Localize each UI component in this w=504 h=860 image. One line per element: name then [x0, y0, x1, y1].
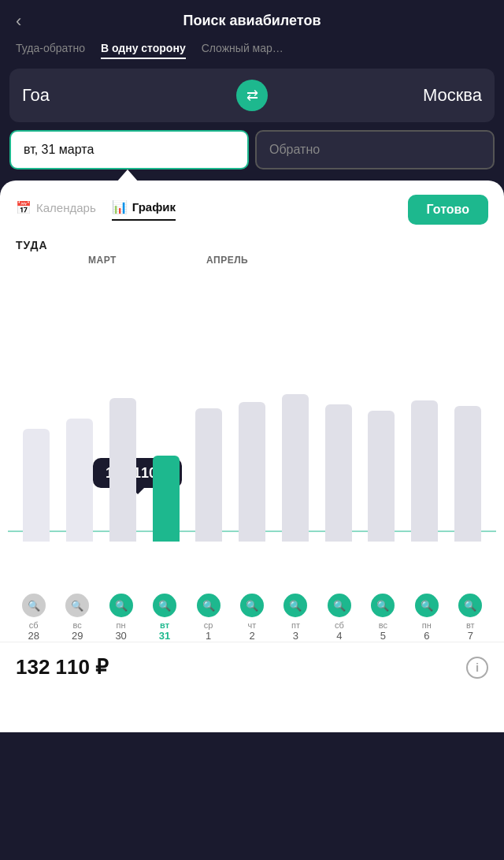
bar-column[interactable] [319, 404, 358, 542]
search-icon-btn[interactable]: 🔍 [320, 594, 358, 617]
search-icon: 🔍 [421, 600, 433, 612]
bars-container: 132 110 ₽ [8, 274, 496, 589]
search-icon-btn[interactable]: 🔍 [232, 594, 271, 617]
search-icon-btn[interactable]: 🔍 [407, 594, 446, 617]
bar-column[interactable] [61, 419, 99, 542]
bar-column[interactable] [406, 400, 444, 542]
price-bar[interactable] [109, 398, 136, 542]
day-label-col[interactable]: пн6 [407, 620, 446, 642]
day-label-col[interactable]: сб28 [14, 620, 53, 642]
day-label-col[interactable]: пт3 [276, 620, 315, 642]
search-icon-btn[interactable]: 🔍 [364, 594, 402, 617]
price-bar[interactable] [325, 404, 352, 542]
tab-calendar[interactable]: 📅 Календарь [16, 200, 96, 220]
calendar-icon: 📅 [16, 200, 32, 215]
day-name: сб [29, 620, 39, 630]
day-label-col[interactable]: вт7 [451, 620, 490, 642]
search-button[interactable]: 🔍 [371, 594, 395, 617]
day-label-col[interactable]: пн30 [102, 620, 140, 642]
search-button[interactable]: 🔍 [458, 594, 482, 617]
day-label-col[interactable]: вс29 [57, 620, 96, 642]
day-number: 2 [249, 630, 254, 642]
day-name: сб [335, 620, 344, 630]
price-bar[interactable] [368, 411, 395, 542]
search-icon-btn[interactable]: 🔍 [102, 594, 140, 617]
info-button[interactable]: i [466, 657, 488, 679]
panel-header: 📅 Календарь 📊 График Готово [0, 181, 504, 233]
departure-date-field[interactable]: вт, 31 марта [9, 130, 249, 169]
search-button[interactable]: 🔍 [284, 594, 307, 617]
search-icons-row: 🔍🔍🔍🔍🔍🔍🔍🔍🔍🔍🔍 [8, 589, 496, 617]
destination-city[interactable]: Москва [276, 85, 482, 106]
bar-column[interactable] [276, 394, 314, 542]
search-icon-btn[interactable]: 🔍 [145, 594, 183, 617]
search-icon-btn[interactable]: 🔍 [276, 594, 315, 617]
search-icon: 🔍 [71, 600, 83, 612]
day-labels-row: сб28вс29пн30вт31ср1чт2пт3сб4вс5пн6вт7 [8, 617, 496, 642]
search-icon: 🔍 [464, 600, 476, 612]
search-button[interactable]: 🔍 [153, 594, 176, 617]
search-button[interactable]: 🔍 [197, 594, 220, 617]
search-icon-btn[interactable]: 🔍 [189, 594, 228, 617]
bar-column[interactable] [146, 456, 185, 542]
day-label-col[interactable]: вс5 [364, 620, 402, 642]
search-icon: 🔍 [115, 600, 128, 612]
day-label-col[interactable]: чт2 [232, 620, 271, 642]
back-button[interactable]: ‹ [16, 11, 21, 32]
price-bar[interactable] [454, 406, 481, 542]
tab-multi-city[interactable]: Сложный мар… [202, 42, 284, 59]
price-bar[interactable] [195, 408, 222, 542]
day-label-col[interactable]: сб4 [320, 620, 358, 642]
day-number: 29 [72, 630, 83, 642]
search-button[interactable]: 🔍 [22, 594, 46, 617]
tab-one-way[interactable]: В одну сторону [101, 42, 186, 59]
bottom-price-bar: 132 110 ₽ i [0, 642, 504, 692]
bar-column[interactable] [103, 398, 142, 542]
tab-round-trip[interactable]: Туда-обратно [16, 42, 85, 59]
day-number: 6 [424, 630, 429, 642]
price-bar[interactable] [239, 402, 265, 542]
search-button[interactable]: 🔍 [240, 594, 264, 617]
price-bar[interactable] [153, 456, 180, 542]
bar-column[interactable] [190, 408, 228, 542]
bar-column[interactable] [17, 429, 56, 542]
bars-inner [14, 274, 490, 542]
bar-column[interactable] [233, 402, 272, 542]
search-button[interactable]: 🔍 [65, 594, 89, 617]
bottom-price-value: 132 110 ₽ [16, 655, 109, 679]
bar-column[interactable] [448, 406, 487, 542]
tab-chart[interactable]: 📊 График [112, 199, 176, 221]
tab-chart-label: График [132, 200, 176, 214]
search-icon: 🔍 [376, 600, 389, 612]
day-number: 7 [468, 630, 473, 642]
trip-tabs: Туда-обратно В одну сторону Сложный мар… [0, 39, 504, 69]
swap-button[interactable]: ⇄ [236, 80, 268, 111]
price-bar[interactable] [23, 429, 50, 542]
day-label-col[interactable]: вт31 [145, 620, 183, 642]
return-date-field[interactable]: Обратно [255, 130, 495, 169]
day-name: пт [291, 620, 300, 630]
search-button[interactable]: 🔍 [109, 594, 133, 617]
header: ‹ Поиск авиабилетов [0, 0, 504, 39]
bar-column[interactable] [362, 411, 401, 542]
search-button[interactable]: 🔍 [328, 594, 351, 617]
tab-calendar-label: Календарь [36, 201, 96, 214]
search-button[interactable]: 🔍 [415, 594, 439, 617]
price-bar[interactable] [66, 419, 93, 542]
search-icon-btn[interactable]: 🔍 [57, 594, 96, 617]
search-icon: 🔍 [158, 600, 171, 612]
search-icon-btn[interactable]: 🔍 [14, 594, 53, 617]
price-bar[interactable] [282, 394, 309, 542]
origin-city[interactable]: Гоа [22, 85, 228, 106]
day-name: пн [117, 620, 126, 630]
day-name: ср [204, 620, 213, 630]
day-name: вс [379, 620, 387, 630]
done-button[interactable]: Готово [408, 195, 488, 225]
price-bar[interactable] [411, 400, 438, 542]
search-icon: 🔍 [28, 600, 40, 612]
page-title: Поиск авиабилетов [183, 13, 321, 29]
panel-arrow [117, 169, 139, 182]
day-number: 4 [336, 630, 342, 642]
search-icon-btn[interactable]: 🔍 [451, 594, 490, 617]
day-label-col[interactable]: ср1 [189, 620, 228, 642]
